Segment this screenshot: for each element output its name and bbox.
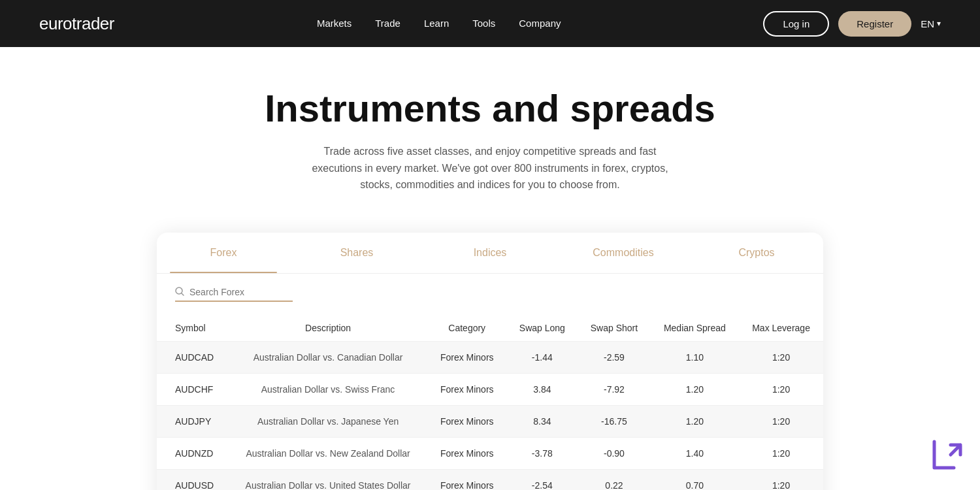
search-wrap [157, 274, 823, 308]
tab-indices[interactable]: Indices [423, 233, 557, 273]
cell-swap-short: -2.59 [578, 341, 650, 373]
search-icon [175, 287, 184, 298]
cell-category: Forex Minors [427, 437, 506, 469]
cell-category: Forex Minors [427, 373, 506, 405]
col-description: Description [229, 315, 427, 342]
table-row: AUDCHF Australian Dollar vs. Swiss Franc… [157, 373, 823, 405]
nav-learn[interactable]: Learn [424, 18, 449, 29]
instruments-table: Symbol Description Category Swap Long Sw… [157, 315, 823, 490]
table-header: Symbol Description Category Swap Long Sw… [157, 315, 823, 342]
search-input[interactable] [189, 287, 281, 297]
cell-description: Australian Dollar vs. New Zealand Dollar [229, 437, 427, 469]
col-category: Category [427, 315, 506, 342]
tab-commodities[interactable]: Commodities [557, 233, 690, 273]
nav-tools[interactable]: Tools [472, 18, 495, 29]
col-max-leverage: Max Leverage [739, 315, 823, 342]
cell-median-spread: 0.70 [651, 469, 739, 490]
category-tabs: Forex Shares Indices Commodities Cryptos [157, 233, 823, 274]
cell-max-leverage: 1:20 [739, 469, 823, 490]
search-field-wrap [175, 287, 293, 302]
cell-description: Australian Dollar vs. United States Doll… [229, 469, 427, 490]
cell-category: Forex Minors [427, 341, 506, 373]
cell-swap-short: 0.22 [578, 469, 650, 490]
cell-swap-long: -1.44 [506, 341, 578, 373]
login-button[interactable]: Log in [763, 11, 829, 37]
navbar: eurotrader Markets Trade Learn Tools Com… [0, 0, 980, 47]
navbar-right: Log in Register EN [763, 11, 941, 37]
instruments-card: Forex Shares Indices Commodities Cryptos… [157, 233, 823, 490]
table-body: AUDCAD Australian Dollar vs. Canadian Do… [157, 341, 823, 490]
nav-menu: Markets Trade Learn Tools Company [317, 18, 561, 29]
cell-category: Forex Minors [427, 469, 506, 490]
nav-markets[interactable]: Markets [317, 18, 351, 29]
cell-symbol: AUDJPY [157, 405, 229, 437]
tab-shares[interactable]: Shares [290, 233, 423, 273]
table-row: AUDNZD Australian Dollar vs. New Zealand… [157, 437, 823, 469]
cell-max-leverage: 1:20 [739, 341, 823, 373]
hero-section: Instruments and spreads Trade across fiv… [0, 47, 980, 220]
svg-line-1 [182, 293, 184, 295]
cell-max-leverage: 1:20 [739, 437, 823, 469]
col-symbol: Symbol [157, 315, 229, 342]
nav-company[interactable]: Company [519, 18, 561, 29]
cell-swap-long: 8.34 [506, 405, 578, 437]
cell-symbol: AUDCAD [157, 341, 229, 373]
cell-swap-short: -0.90 [578, 437, 650, 469]
cell-swap-long: -2.54 [506, 469, 578, 490]
table-row: AUDCAD Australian Dollar vs. Canadian Do… [157, 341, 823, 373]
nav-trade[interactable]: Trade [375, 18, 400, 29]
cell-median-spread: 1.10 [651, 341, 739, 373]
cell-category: Forex Minors [427, 405, 506, 437]
col-swap-long: Swap Long [506, 315, 578, 342]
logo: eurotrader [39, 14, 114, 34]
tab-cryptos[interactable]: Cryptos [690, 233, 823, 273]
language-selector[interactable]: EN [921, 18, 941, 29]
page-title: Instruments and spreads [13, 86, 967, 130]
cell-median-spread: 1.40 [651, 437, 739, 469]
cell-description: Australian Dollar vs. Canadian Dollar [229, 341, 427, 373]
bottom-right-icon [928, 435, 967, 477]
cell-symbol: AUDUSD [157, 469, 229, 490]
lc-brand-icon [928, 435, 967, 474]
cell-median-spread: 1.20 [651, 405, 739, 437]
col-median-spread: Median Spread [651, 315, 739, 342]
cell-swap-short: -16.75 [578, 405, 650, 437]
cell-max-leverage: 1:20 [739, 405, 823, 437]
hero-subtitle: Trade across five asset classes, and enj… [307, 143, 673, 193]
cell-description: Australian Dollar vs. Japanese Yen [229, 405, 427, 437]
col-swap-short: Swap Short [578, 315, 650, 342]
cell-symbol: AUDCHF [157, 373, 229, 405]
table-row: AUDJPY Australian Dollar vs. Japanese Ye… [157, 405, 823, 437]
cell-median-spread: 1.20 [651, 373, 739, 405]
register-button[interactable]: Register [838, 11, 911, 37]
cell-swap-long: -3.78 [506, 437, 578, 469]
table-row: AUDUSD Australian Dollar vs. United Stat… [157, 469, 823, 490]
cell-symbol: AUDNZD [157, 437, 229, 469]
cell-swap-long: 3.84 [506, 373, 578, 405]
tab-forex[interactable]: Forex [157, 233, 290, 273]
cell-description: Australian Dollar vs. Swiss Franc [229, 373, 427, 405]
cell-max-leverage: 1:20 [739, 373, 823, 405]
cell-swap-short: -7.92 [578, 373, 650, 405]
